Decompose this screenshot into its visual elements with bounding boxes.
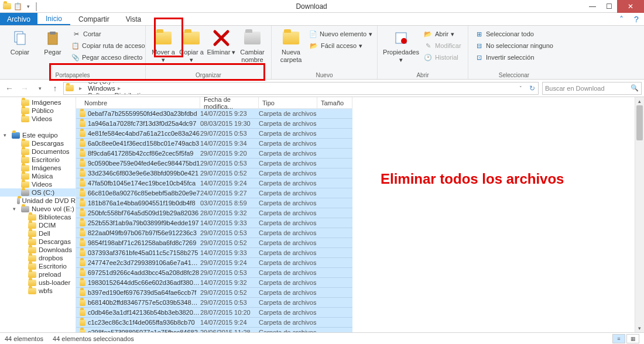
refresh-icon[interactable]: ↻ — [526, 84, 538, 92]
no-seleccionar-button[interactable]: ⊟No seleccionar ninguno — [473, 40, 555, 51]
table-row[interactable]: c0db46e3a1df142136b54bb3eb3820bdd28/07/2… — [76, 308, 352, 318]
eliminar-button[interactable]: Eliminar ▾ — [207, 27, 236, 71]
col-size[interactable]: Tamaño — [317, 97, 352, 108]
cambiar-nombre-button[interactable]: Cambiar nombre — [238, 27, 266, 71]
sidebar-item[interactable]: Descargas — [0, 238, 76, 246]
sidebar-item[interactable]: DCIM — [0, 221, 76, 229]
details-view-button[interactable]: ≡ — [612, 334, 625, 343]
search-input[interactable]: Buscar en Download 🔍 — [542, 82, 642, 95]
col-type[interactable]: Tipo — [259, 97, 317, 108]
sidebar-item[interactable]: Dell — [0, 229, 76, 238]
table-row[interactable]: 247747ee2c3d7299389106a6e7a4194929/07/20… — [76, 258, 352, 268]
abrir-button[interactable]: 📂Abrir ▾ — [422, 29, 463, 39]
sidebar-item[interactable]: preload — [0, 270, 76, 278]
pegar-acceso-button[interactable]: 📎Pegar acceso directo — [70, 52, 141, 63]
table-row[interactable]: 19830152644dd5c66e602d36adf3802614/07/20… — [76, 278, 352, 288]
table-row[interactable]: b68140b2ffd83467757e5c039b53489c329/07/2… — [76, 298, 352, 308]
table-row[interactable]: 822aa0f49fb97b067b97f56e912236c329/07/20… — [76, 228, 352, 238]
table-row[interactable]: 9c0590bee759e04fed4e6ec984475bd129/07/20… — [76, 159, 352, 168]
seleccionar-todo-button[interactable]: ⊞Seleccionar todo — [473, 29, 555, 39]
minimize-button[interactable]: — — [584, 0, 601, 13]
ribbon-collapse-icon[interactable]: ˄ — [614, 13, 629, 25]
col-date[interactable]: Fecha de modifica... — [200, 97, 259, 108]
sidebar-item[interactable]: Música — [0, 172, 76, 180]
address-bar[interactable]: ▸ Este equipo ▸OS (C:) ▸Windows ▸Softwar… — [63, 82, 539, 95]
column-headers[interactable]: Nombre Fecha de modifica... Tipo Tamaño — [76, 97, 352, 109]
table-row[interactable]: 0ebaf7a7b25559950fd4ed30a23bfdbd14/07/20… — [76, 109, 352, 119]
copiar-button[interactable]: Copiar — [5, 27, 35, 71]
icons-view-button[interactable]: ▦ — [626, 334, 639, 343]
table-row[interactable]: 1a946a1a7028fc73f13d3f0d25a4dc9708/03/20… — [76, 119, 352, 129]
scrollbar[interactable]: ▴ ▾ — [635, 97, 644, 332]
modificar-button[interactable]: ✎Modificar — [422, 40, 463, 51]
tab-compartir[interactable]: Compartir — [70, 13, 118, 25]
cut-qat-icon[interactable]: 📋 — [13, 2, 22, 11]
propiedades-button[interactable]: Propiedades ▾ — [382, 27, 420, 71]
table-row[interactable]: 6a0c8ee0e41f36ecd158bc01e749acb314/07/20… — [76, 139, 352, 149]
close-button[interactable]: ✕ — [617, 0, 644, 13]
table-row[interactable]: 66c810e8a90276c85ebebf5a8b20e9e724/07/20… — [76, 188, 352, 198]
table-row[interactable]: 4e81fe584ec4abd7a61a21cc0e83a24629/07/20… — [76, 129, 352, 139]
maximize-button[interactable]: ☐ — [601, 0, 617, 13]
nuevo-elemento-button[interactable]: 📄Nuevo elemento ▾ — [308, 29, 372, 39]
forward-button[interactable]: → — [18, 81, 32, 95]
historial-button[interactable]: 🕑Historial — [422, 52, 463, 63]
sidebar-item[interactable]: wbfs — [0, 287, 76, 295]
mover-button[interactable]: Mover a ▾ — [150, 27, 176, 71]
table-row[interactable]: b397ed190ef6976739d5a64fae6ccb7f29/07/20… — [76, 288, 352, 298]
sidebar-item[interactable]: Escritorio — [0, 156, 76, 164]
table-row[interactable]: 47fa50fb1045e174ec19bce10cb45fca14/07/20… — [76, 178, 352, 188]
sidebar-item[interactable]: Escritorio — [0, 262, 76, 270]
table-row[interactable]: 181b876a1e4bba6904551f19b0db4f803/07/201… — [76, 198, 352, 208]
table-row[interactable]: 9854f198abf71c261258aba6fd8c726929/07/20… — [76, 238, 352, 248]
tab-inicio[interactable]: Inicio — [37, 13, 70, 25]
table-row[interactable]: 33d2346c6f803e9e6e38bfd099b0e42129/07/20… — [76, 168, 352, 178]
tab-vista[interactable]: Vista — [118, 13, 149, 25]
sidebar-item[interactable]: Descargas — [0, 139, 76, 147]
table-row[interactable]: 8f9cda6417285b42ccf86e2cec5f5fa929/07/20… — [76, 149, 352, 159]
sidebar-item[interactable]: ▾Nuevo vol (E:) — [0, 205, 76, 213]
scroll-thumb[interactable] — [636, 105, 643, 140]
table-row[interactable]: 252b553f1ab9a79b03899f9b4edde19714/07/20… — [76, 218, 352, 228]
table-row[interactable]: 037393af3761bfe45a011c5c7158b27514/07/20… — [76, 248, 352, 258]
sidebar-item[interactable]: Bibliotecas — [0, 213, 76, 221]
sidebar-item[interactable]: dropbos — [0, 254, 76, 262]
copiar-a-button[interactable]: Copiar a ▾ — [179, 27, 204, 71]
tab-archivo[interactable]: Archivo — [0, 13, 37, 25]
sidebar-item[interactable]: Imágenes — [0, 98, 76, 106]
table-row[interactable]: c298fea57308895077a1e75fbcc8468229/06/20… — [76, 328, 352, 332]
crumb-sep[interactable]: ▸ — [76, 82, 84, 94]
sidebar[interactable]: ImágenesPúblicoVideos▾Este equipoDescarg… — [0, 97, 76, 332]
sidebar-item[interactable]: Videos — [0, 115, 76, 123]
sidebar-item[interactable]: OS (C:) — [0, 188, 76, 197]
scroll-down-icon[interactable]: ▾ — [635, 324, 644, 332]
breadcrumb-item[interactable]: SoftwareDistribution ▸ — [84, 92, 156, 95]
cortar-button[interactable]: ✂Cortar — [70, 29, 141, 39]
nueva-carpeta-button[interactable]: Nueva carpeta — [276, 27, 306, 71]
scroll-up-icon[interactable]: ▴ — [635, 97, 644, 105]
help-icon[interactable]: ? — [629, 13, 644, 25]
qat-dropdown-icon[interactable]: ▾ — [23, 2, 33, 11]
copiar-ruta-button[interactable]: 📋Copiar ruta de acceso — [70, 40, 141, 51]
table-row[interactable]: c1c23ec86c3c1f4de065ffa936b8cb7014/07/20… — [76, 318, 352, 328]
col-name[interactable]: Nombre — [76, 97, 200, 108]
back-button[interactable]: ← — [2, 81, 16, 95]
sidebar-item[interactable]: Downloads — [0, 246, 76, 254]
invertir-seleccion-button[interactable]: ⊡Invertir selección — [473, 52, 555, 63]
sidebar-item[interactable]: Unidad de DVD R — [0, 197, 76, 205]
breadcrumb-item[interactable]: Windows ▸ — [84, 85, 156, 92]
sidebar-item[interactable]: ▾Este equipo — [0, 131, 76, 139]
file-list[interactable]: 0ebaf7a7b25559950fd4ed30a23bfdbd14/07/20… — [76, 109, 352, 332]
sidebar-item[interactable]: Público — [0, 106, 76, 115]
pegar-button[interactable]: Pegar — [37, 27, 68, 71]
sidebar-item[interactable]: Documentos — [0, 147, 76, 156]
table-row[interactable]: 697251d9266c4add3bcc45a208d8fc2829/07/20… — [76, 268, 352, 278]
recent-dropdown[interactable]: ▾ — [33, 81, 47, 95]
up-button[interactable]: ↑ — [48, 81, 62, 95]
table-row[interactable]: 250bfc558bf764a5d509d19b29a8203628/07/20… — [76, 208, 352, 218]
sidebar-item[interactable]: usb-loader — [0, 278, 76, 287]
facil-acceso-button[interactable]: 📂Fácil acceso ▾ — [308, 40, 372, 51]
sidebar-item[interactable]: Videos — [0, 180, 76, 188]
addr-dropdown-icon[interactable]: ˅ — [515, 85, 526, 91]
sidebar-item[interactable]: Imágenes — [0, 164, 76, 172]
